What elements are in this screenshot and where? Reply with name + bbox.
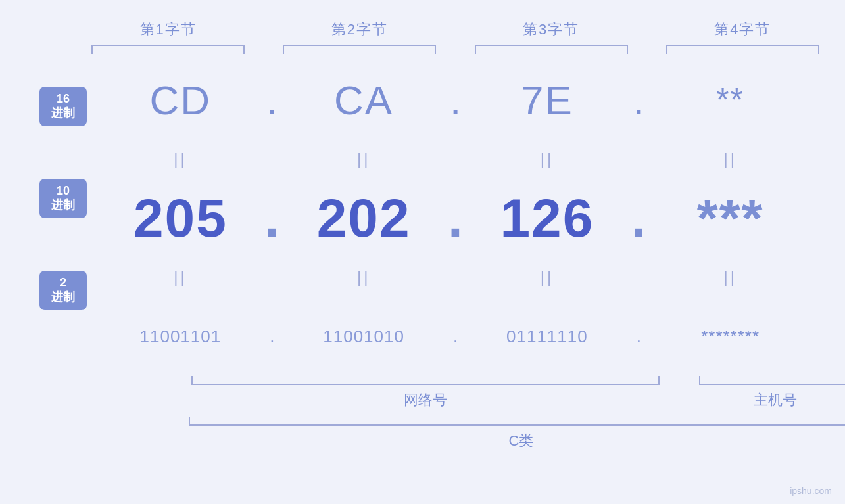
dec-dot-1: . xyxy=(256,191,289,245)
eq1-c3: || xyxy=(472,150,623,168)
eq2-c1: || xyxy=(105,268,256,286)
host-label: 主机号 xyxy=(754,390,797,410)
bin-dot-2: . xyxy=(439,327,472,347)
row-labels: 16进制 10进制 2进制 xyxy=(39,54,105,336)
bin-b2: 11001010 xyxy=(323,327,404,347)
top-bracket-1 xyxy=(91,45,245,54)
hex-row: CD . CA . 7E . ** xyxy=(105,54,806,146)
bracket-cell-2 xyxy=(264,45,455,54)
hex-b1: CD xyxy=(150,77,212,124)
hex-label-wrapper: 16进制 xyxy=(39,60,105,152)
top-bracket-2 xyxy=(283,45,436,54)
dec-row: 205 . 202 . 126 . *** xyxy=(105,172,806,264)
dec-b1: 205 xyxy=(133,187,228,249)
equals-1-4: || xyxy=(723,150,736,168)
dec-b4-cell: *** xyxy=(655,187,806,249)
bin-dot-1: . xyxy=(256,327,289,347)
dec-label-text: 10进制 xyxy=(51,184,75,212)
bracket-cell-1 xyxy=(72,45,264,54)
dec-dot-3: . xyxy=(622,191,655,245)
network-bracket: 网络号 xyxy=(171,376,680,410)
dec-b2: 202 xyxy=(317,187,411,249)
hex-b2-cell: CA xyxy=(289,77,439,124)
dec-b4: *** xyxy=(697,187,764,249)
hex-b4: ** xyxy=(716,81,744,119)
eq1-c1: || xyxy=(105,150,256,168)
dec-dot-2: . xyxy=(439,191,472,245)
equals-row-1: || || || || xyxy=(105,146,806,172)
bin-dot-3: . xyxy=(622,327,655,347)
bin-b3-cell: 01111110 xyxy=(472,327,623,347)
bracket-cell-3 xyxy=(456,45,647,54)
dec-label: 10进制 xyxy=(39,179,87,218)
bin-label: 2进制 xyxy=(39,271,87,310)
top-bracket-3 xyxy=(475,45,628,54)
top-bracket-4 xyxy=(666,45,819,54)
watermark: ipshu.com xyxy=(790,486,832,496)
hex-b1-cell: CD xyxy=(105,77,256,124)
byte4-header: 第4字节 xyxy=(647,20,838,39)
dec-b3-cell: 126 xyxy=(472,187,623,249)
dec-b2-cell: 202 xyxy=(289,187,439,249)
top-brackets xyxy=(72,45,838,54)
bracket-cell-4 xyxy=(647,45,838,54)
eq1-c4: || xyxy=(655,150,806,168)
bin-b4: ******** xyxy=(701,327,760,347)
class-bracket: C类 xyxy=(171,417,845,451)
equals-2-2: || xyxy=(357,268,370,286)
class-label: C类 xyxy=(509,431,534,451)
bin-b1: 11001101 xyxy=(140,327,222,347)
bin-row: 11001101 . 11001010 . 01111110 . *******… xyxy=(105,290,806,382)
byte2-header: 第2字节 xyxy=(264,20,455,39)
hex-label: 16进制 xyxy=(39,87,87,126)
equals-1-3: || xyxy=(541,150,554,168)
host-bracket-line xyxy=(699,376,845,385)
bin-b1-cell: 11001101 xyxy=(105,327,256,347)
eq2-c4: || xyxy=(655,268,806,286)
network-label: 网络号 xyxy=(404,390,447,410)
data-grid: CD . CA . 7E . ** || xyxy=(105,54,806,451)
equals-2-3: || xyxy=(541,268,554,286)
dec-b3: 126 xyxy=(500,187,594,249)
byte1-header: 第1字节 xyxy=(72,20,264,39)
equals-2-1: || xyxy=(174,268,187,286)
eq2-c3: || xyxy=(472,268,623,286)
hex-label-text: 16进制 xyxy=(51,92,75,120)
bin-b2-cell: 11001010 xyxy=(289,327,439,347)
host-bracket: 主机号 xyxy=(680,376,845,410)
content-area: 16进制 10进制 2进制 CD . xyxy=(39,54,806,491)
hex-b3-cell: 7E xyxy=(472,77,623,124)
bottom-section: 网络号 主机号 C类 xyxy=(171,376,845,451)
hex-dot-2: . xyxy=(439,77,472,124)
bottom-brackets: 网络号 主机号 xyxy=(171,376,845,410)
eq2-c2: || xyxy=(289,268,439,286)
bin-label-wrapper: 2进制 xyxy=(39,244,105,336)
eq1-c2: || xyxy=(289,150,439,168)
class-bracket-line xyxy=(189,417,845,426)
network-bracket-line xyxy=(191,376,660,385)
bin-label-text: 2进制 xyxy=(51,276,75,304)
equals-1-1: || xyxy=(174,150,187,168)
hex-dot-1: . xyxy=(256,77,289,124)
hex-dot-3: . xyxy=(622,77,655,124)
hex-b4-cell: ** xyxy=(655,81,806,119)
equals-row-2: || || || || xyxy=(105,264,806,290)
main-container: 第1字节 第2字节 第3字节 第4字节 16进制 xyxy=(0,0,845,504)
bin-b3: 01111110 xyxy=(506,327,588,347)
equals-2-4: || xyxy=(723,268,736,286)
equals-1-2: || xyxy=(357,150,370,168)
dec-label-wrapper: 10进制 xyxy=(39,152,105,244)
dec-b1-cell: 205 xyxy=(105,187,256,249)
hex-b2: CA xyxy=(334,77,393,124)
byte-headers: 第1字节 第2字节 第3字节 第4字节 xyxy=(72,20,838,39)
bin-b4-cell: ******** xyxy=(655,327,806,347)
hex-b3: 7E xyxy=(521,77,573,124)
byte3-header: 第3字节 xyxy=(456,20,647,39)
